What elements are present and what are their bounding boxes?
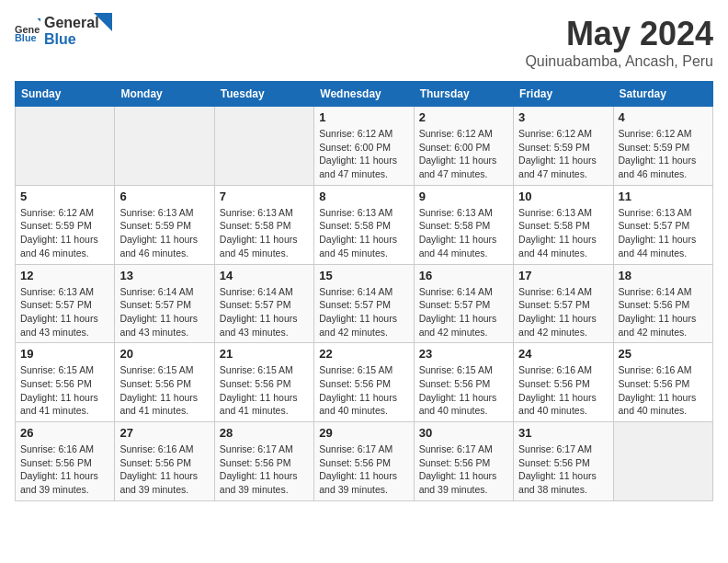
calendar-cell: 1Sunrise: 6:12 AMSunset: 6:00 PMDaylight… [314,107,414,186]
title-block: May 2024 Quinuabamba, Ancash, Peru [525,15,713,70]
calendar-cell: 28Sunrise: 6:17 AMSunset: 5:56 PMDayligh… [214,422,313,501]
header-friday: Friday [514,82,613,107]
day-number: 13 [119,269,209,282]
day-number: 12 [20,269,109,282]
calendar-week-1: 1Sunrise: 6:12 AMSunset: 6:00 PMDaylight… [16,107,713,186]
day-info: Sunrise: 6:13 AMSunset: 5:59 PMDaylight:… [119,206,209,260]
day-number: 20 [119,347,209,361]
day-info: Sunrise: 6:13 AMSunset: 5:58 PMDaylight:… [419,206,508,260]
header-wednesday: Wednesday [314,82,414,107]
day-number: 18 [619,269,708,282]
day-info: Sunrise: 6:15 AMSunset: 5:56 PMDaylight:… [20,363,109,418]
calendar-cell: 2Sunrise: 6:12 AMSunset: 6:00 PMDaylight… [414,107,513,186]
svg-marker-3 [94,13,112,31]
day-number: 28 [220,426,309,440]
day-info: Sunrise: 6:15 AMSunset: 5:56 PMDaylight:… [419,363,508,418]
logo-general-text: General [44,15,99,31]
header-saturday: Saturday [613,82,712,107]
calendar-header-row: SundayMondayTuesdayWednesdayThursdayFrid… [16,82,713,107]
day-number: 1 [319,110,408,124]
day-info: Sunrise: 6:13 AMSunset: 5:58 PMDaylight:… [518,206,608,260]
day-number: 31 [518,426,608,440]
calendar-cell: 4Sunrise: 6:12 AMSunset: 5:59 PMDaylight… [613,107,712,186]
day-info: Sunrise: 6:16 AMSunset: 5:56 PMDaylight:… [119,442,209,497]
day-info: Sunrise: 6:15 AMSunset: 5:56 PMDaylight:… [319,363,408,418]
calendar-cell: 30Sunrise: 6:17 AMSunset: 5:56 PMDayligh… [414,422,513,501]
header-tuesday: Tuesday [214,82,313,107]
day-info: Sunrise: 6:17 AMSunset: 5:56 PMDaylight:… [518,442,608,497]
day-number: 8 [319,190,408,203]
calendar-cell: 26Sunrise: 6:16 AMSunset: 5:56 PMDayligh… [16,422,115,501]
calendar-cell: 15Sunrise: 6:14 AMSunset: 5:57 PMDayligh… [314,264,414,343]
calendar-cell: 31Sunrise: 6:17 AMSunset: 5:56 PMDayligh… [514,422,613,501]
calendar-cell: 25Sunrise: 6:16 AMSunset: 5:56 PMDayligh… [613,343,712,422]
logo-flag-icon [94,13,112,42]
calendar-week-2: 5Sunrise: 6:12 AMSunset: 5:59 PMDaylight… [16,185,713,264]
day-number: 17 [518,269,608,282]
day-info: Sunrise: 6:12 AMSunset: 5:59 PMDaylight:… [518,127,608,181]
day-number: 4 [619,110,708,124]
calendar-cell: 8Sunrise: 6:13 AMSunset: 5:58 PMDaylight… [314,185,414,264]
day-number: 30 [419,426,508,440]
logo-icon: General Blue [15,18,40,44]
day-info: Sunrise: 6:14 AMSunset: 5:57 PMDaylight:… [119,285,209,339]
calendar-cell: 3Sunrise: 6:12 AMSunset: 5:59 PMDaylight… [514,107,613,186]
day-number: 2 [419,110,508,124]
day-number: 6 [119,190,209,203]
day-number: 9 [419,190,508,203]
day-number: 16 [419,269,508,282]
day-number: 27 [119,426,209,440]
day-number: 21 [220,347,309,361]
calendar-cell: 23Sunrise: 6:15 AMSunset: 5:56 PMDayligh… [414,343,513,422]
calendar-cell [214,107,313,186]
day-info: Sunrise: 6:15 AMSunset: 5:56 PMDaylight:… [220,363,309,418]
day-info: Sunrise: 6:13 AMSunset: 5:57 PMDaylight:… [20,285,109,339]
day-number: 22 [319,347,408,361]
calendar-week-4: 19Sunrise: 6:15 AMSunset: 5:56 PMDayligh… [16,343,713,422]
calendar-cell: 5Sunrise: 6:12 AMSunset: 5:59 PMDaylight… [16,185,115,264]
day-number: 3 [518,110,608,124]
calendar-cell: 9Sunrise: 6:13 AMSunset: 5:58 PMDaylight… [414,185,513,264]
day-info: Sunrise: 6:14 AMSunset: 5:57 PMDaylight:… [220,285,309,339]
day-info: Sunrise: 6:14 AMSunset: 5:57 PMDaylight:… [419,285,508,339]
day-number: 11 [619,190,708,203]
day-number: 7 [220,190,309,203]
day-number: 29 [319,426,408,440]
calendar-cell: 27Sunrise: 6:16 AMSunset: 5:56 PMDayligh… [115,422,214,501]
calendar-cell: 17Sunrise: 6:14 AMSunset: 5:57 PMDayligh… [514,264,613,343]
page-header: General Blue General Blue May 2024 Quinu… [15,15,713,70]
day-number: 23 [419,347,508,361]
day-number: 15 [319,269,408,282]
day-number: 26 [20,426,109,440]
calendar-week-5: 26Sunrise: 6:16 AMSunset: 5:56 PMDayligh… [16,422,713,501]
day-info: Sunrise: 6:12 AMSunset: 6:00 PMDaylight:… [419,127,508,181]
day-number: 19 [20,347,109,361]
day-info: Sunrise: 6:12 AMSunset: 5:59 PMDaylight:… [20,206,109,260]
calendar-cell: 14Sunrise: 6:14 AMSunset: 5:57 PMDayligh… [214,264,313,343]
calendar-cell: 24Sunrise: 6:16 AMSunset: 5:56 PMDayligh… [514,343,613,422]
calendar-cell: 22Sunrise: 6:15 AMSunset: 5:56 PMDayligh… [314,343,414,422]
calendar-cell [613,422,712,501]
day-info: Sunrise: 6:13 AMSunset: 5:58 PMDaylight:… [220,206,309,260]
calendar-cell: 12Sunrise: 6:13 AMSunset: 5:57 PMDayligh… [16,264,115,343]
calendar-cell: 29Sunrise: 6:17 AMSunset: 5:56 PMDayligh… [314,422,414,501]
day-info: Sunrise: 6:17 AMSunset: 5:56 PMDaylight:… [419,442,508,497]
day-number: 5 [20,190,109,203]
header-monday: Monday [115,82,214,107]
calendar-cell: 20Sunrise: 6:15 AMSunset: 5:56 PMDayligh… [115,343,214,422]
day-info: Sunrise: 6:12 AMSunset: 5:59 PMDaylight:… [619,127,708,181]
calendar-cell: 11Sunrise: 6:13 AMSunset: 5:57 PMDayligh… [613,185,712,264]
day-number: 24 [518,347,608,361]
calendar-cell: 13Sunrise: 6:14 AMSunset: 5:57 PMDayligh… [115,264,214,343]
calendar-cell: 18Sunrise: 6:14 AMSunset: 5:56 PMDayligh… [613,264,712,343]
calendar-cell [115,107,214,186]
calendar-table: SundayMondayTuesdayWednesdayThursdayFrid… [15,81,713,501]
day-info: Sunrise: 6:16 AMSunset: 5:56 PMDaylight:… [20,442,109,497]
day-info: Sunrise: 6:15 AMSunset: 5:56 PMDaylight:… [119,363,209,418]
day-info: Sunrise: 6:16 AMSunset: 5:56 PMDaylight:… [619,363,708,418]
day-info: Sunrise: 6:16 AMSunset: 5:56 PMDaylight:… [518,363,608,418]
calendar-cell: 21Sunrise: 6:15 AMSunset: 5:56 PMDayligh… [214,343,313,422]
day-info: Sunrise: 6:14 AMSunset: 5:57 PMDaylight:… [319,285,408,339]
day-number: 25 [619,347,708,361]
day-info: Sunrise: 6:17 AMSunset: 5:56 PMDaylight:… [319,442,408,497]
